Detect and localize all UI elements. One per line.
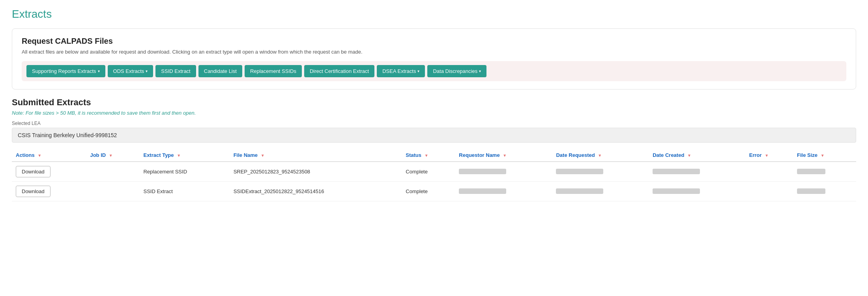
requestor-filter-icon[interactable]: ▼ [503,153,507,158]
cell-file-size-0: REDACTED [793,162,856,182]
cell-date-created-0: REDACTED [649,162,745,182]
cell-extract-type-1: SSID Extract [139,182,229,201]
cell-job-id-0 [86,162,139,182]
col-job-id[interactable]: Job ID ▼ [86,149,139,162]
cell-date-requested-0: REDACTED [552,162,649,182]
cell-date-created-1: REDACTED [649,182,745,201]
col-error[interactable]: Error ▼ [745,149,793,162]
download-button-1[interactable]: Download [16,186,51,197]
request-card-description: All extract files are below and availabl… [22,49,846,55]
cell-action-0: Download [12,162,86,182]
col-file-size[interactable]: File Size ▼ [793,149,856,162]
date-requested-filter-icon[interactable]: ▼ [598,153,602,158]
status-filter-icon[interactable]: ▼ [425,153,428,158]
extract-tabs-bar: Supporting Reports Extracts▾ODS Extracts… [22,61,846,81]
request-calpads-card: Request CALPADS Files All extract files … [12,28,856,89]
tab-btn-data-discrepancies[interactable]: Data Discrepancies▾ [427,65,486,77]
chevron-down-icon: ▾ [417,69,419,73]
cell-date-requested-1: REDACTED [552,182,649,201]
cell-file-name-1: SSIDExtract_2025012822_9524514516 [230,182,402,201]
tab-btn-dsea-extracts[interactable]: DSEA Extracts▾ [377,65,425,77]
request-card-title: Request CALPADS Files [22,37,846,46]
extracts-table: Actions ▼ Job ID ▼ Extract Type ▼ File [12,149,856,201]
cell-job-id-1 [86,182,139,201]
file-size-filter-icon[interactable]: ▼ [821,153,825,158]
col-date-created[interactable]: Date Created ▼ [649,149,745,162]
file-name-filter-icon[interactable]: ▼ [261,153,265,158]
tab-btn-direct-certification[interactable]: Direct Certification Extract [304,65,374,77]
tab-btn-ssid-extract[interactable]: SSID Extract [155,65,196,77]
date-created-filter-icon[interactable]: ▼ [687,153,691,158]
chevron-down-icon: ▾ [146,69,148,73]
cell-error-0 [745,162,793,182]
table-row: DownloadReplacement SSIDSREP_2025012823_… [12,162,856,182]
col-requestor-name[interactable]: Requestor Name ▼ [455,149,552,162]
cell-error-1 [745,182,793,201]
chevron-down-icon: ▾ [479,69,481,73]
cell-status-0: Complete [402,162,455,182]
extract-type-filter-icon[interactable]: ▼ [177,153,181,158]
table-header-row: Actions ▼ Job ID ▼ Extract Type ▼ File [12,149,856,162]
download-button-0[interactable]: Download [16,166,51,177]
col-date-requested[interactable]: Date Requested ▼ [552,149,649,162]
table-row: DownloadSSID ExtractSSIDExtract_20250128… [12,182,856,201]
chevron-down-icon: ▾ [98,69,100,73]
col-actions[interactable]: Actions ▼ [12,149,86,162]
job-id-filter-icon[interactable]: ▼ [109,153,113,158]
file-size-note: Note: For file sizes > 50 MB, it is reco… [12,110,856,116]
selected-lea-value: CSIS Training Berkeley Unified-9998152 [12,128,856,143]
submitted-extracts-title: Submitted Extracts [12,97,856,108]
extracts-table-wrapper: Actions ▼ Job ID ▼ Extract Type ▼ File [12,149,856,201]
submitted-extracts-section: Submitted Extracts Note: For file sizes … [12,97,856,201]
actions-filter-icon[interactable]: ▼ [37,153,41,158]
cell-status-1: Complete [402,182,455,201]
cell-extract-type-0: Replacement SSID [139,162,229,182]
tab-btn-candidate-list[interactable]: Candidate List [198,65,242,77]
tab-btn-ods-extracts[interactable]: ODS Extracts▾ [108,65,153,77]
tab-btn-replacement-ssids[interactable]: Replacement SSIDs [245,65,302,77]
col-file-name[interactable]: File Name ▼ [230,149,402,162]
error-filter-icon[interactable]: ▼ [765,153,769,158]
col-extract-type[interactable]: Extract Type ▼ [139,149,229,162]
col-status[interactable]: Status ▼ [402,149,455,162]
cell-requestor-1: REDACTED [455,182,552,201]
page-title: Extracts [12,8,856,20]
tab-btn-supporting-reports[interactable]: Supporting Reports Extracts▾ [26,65,105,77]
cell-file-name-0: SREP_2025012823_9524523508 [230,162,402,182]
cell-requestor-0: REDACTED [455,162,552,182]
lea-label: Selected LEA [12,121,856,126]
cell-file-size-1: REDACTED [793,182,856,201]
cell-action-1: Download [12,182,86,201]
